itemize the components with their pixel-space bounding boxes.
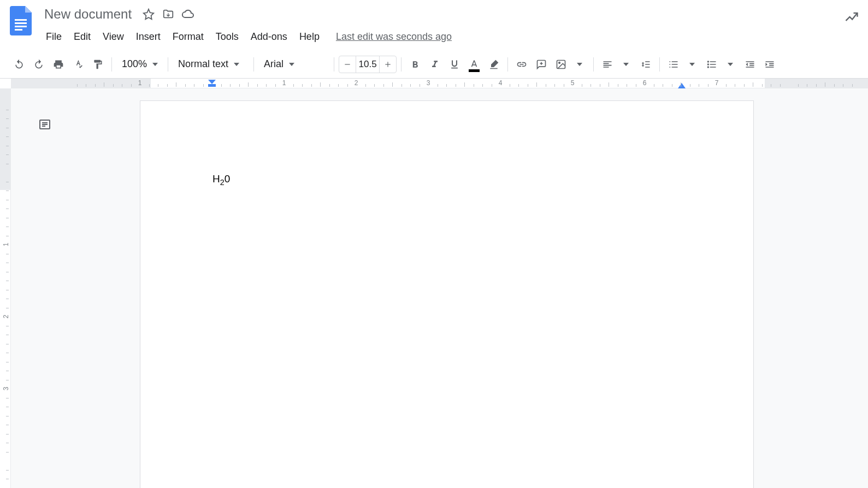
ruler-tick <box>654 84 654 87</box>
numbered-list-button[interactable] <box>664 55 701 74</box>
decrease-indent-button[interactable] <box>741 55 759 74</box>
ruler-tick <box>248 82 249 87</box>
ruler-tick <box>149 84 150 87</box>
ruler-tick <box>807 84 807 87</box>
menu-view[interactable]: View <box>97 29 129 45</box>
ruler-tick <box>365 84 366 87</box>
ruler-tick <box>6 434 9 435</box>
indent-marker-left[interactable] <box>208 80 216 87</box>
page[interactable]: H20 <box>140 100 754 488</box>
bulleted-list-dropdown[interactable] <box>721 55 740 74</box>
document-canvas[interactable]: H20 <box>11 88 868 488</box>
ruler-tick <box>221 84 222 87</box>
ruler-tick <box>798 84 799 87</box>
ruler-tick <box>383 84 384 87</box>
svg-rect-12 <box>208 84 216 87</box>
paragraph-style-combo[interactable]: Normal text <box>173 55 249 74</box>
ruler-tick <box>464 82 465 87</box>
ruler-tick <box>6 353 9 353</box>
svg-point-8 <box>559 62 560 63</box>
svg-rect-3 <box>15 29 22 31</box>
ruler-tick <box>6 182 9 182</box>
activity-icon[interactable] <box>844 10 859 25</box>
align-dropdown[interactable] <box>617 55 635 74</box>
ruler-tick <box>816 84 817 87</box>
document-content[interactable]: H20 <box>212 173 681 187</box>
numbered-list-dropdown[interactable] <box>683 55 701 74</box>
menu-format[interactable]: Format <box>167 29 209 45</box>
horizontal-ruler[interactable]: 11234567 <box>11 79 868 88</box>
ruler-tick <box>6 200 9 200</box>
insert-link-button[interactable] <box>512 55 531 74</box>
ruler-tick <box>510 84 510 87</box>
increase-indent-button[interactable] <box>760 55 779 74</box>
font-size-increase[interactable] <box>380 56 396 73</box>
font-size-group <box>339 56 397 73</box>
star-icon[interactable] <box>142 8 155 21</box>
move-icon[interactable] <box>162 8 175 21</box>
ruler-tick <box>6 308 9 308</box>
spellcheck-button[interactable] <box>69 55 87 74</box>
text-color-button[interactable] <box>465 55 483 74</box>
chevron-down-icon <box>689 63 695 66</box>
add-comment-button[interactable] <box>532 55 551 74</box>
menubar: File Edit View Insert Format Tools Add-o… <box>40 27 844 46</box>
print-button[interactable] <box>49 55 68 74</box>
chevron-down-icon <box>623 63 629 66</box>
docs-logo[interactable] <box>9 4 33 37</box>
italic-button[interactable] <box>426 55 444 74</box>
content-subscript: 2 <box>220 178 225 187</box>
ruler-tick <box>185 84 186 87</box>
font-combo[interactable]: Arial <box>258 55 329 74</box>
ruler-tick <box>6 164 9 164</box>
ruler-tick <box>194 84 194 87</box>
ruler-tick <box>474 84 474 87</box>
redo-button[interactable] <box>29 55 48 74</box>
ruler-tick <box>6 191 9 191</box>
menu-tools[interactable]: Tools <box>210 29 244 45</box>
ruler-number: 1 <box>282 79 286 87</box>
menu-help[interactable]: Help <box>294 29 325 45</box>
font-size-input[interactable] <box>356 56 380 73</box>
paint-format-button[interactable] <box>88 55 107 74</box>
undo-button[interactable] <box>10 55 28 74</box>
menu-edit[interactable]: Edit <box>68 29 96 45</box>
document-title[interactable]: New document <box>40 5 135 23</box>
cloud-status-icon[interactable] <box>181 8 194 21</box>
svg-rect-6 <box>387 62 388 67</box>
svg-rect-0 <box>15 19 27 21</box>
font-size-decrease[interactable] <box>339 56 356 73</box>
separator <box>334 57 334 72</box>
zoom-combo[interactable]: 100% <box>116 55 163 74</box>
underline-button[interactable] <box>445 55 464 74</box>
ruler-tick <box>77 84 78 87</box>
text-color-swatch <box>469 69 480 72</box>
menu-addons[interactable]: Add-ons <box>245 29 293 45</box>
ruler-tick <box>95 84 96 87</box>
highlight-button[interactable] <box>485 55 503 74</box>
chevron-down-icon <box>728 63 733 66</box>
vertical-ruler[interactable]: 123 <box>0 88 11 488</box>
insert-image-dropdown[interactable] <box>570 55 589 74</box>
ruler-tick <box>374 84 375 87</box>
line-spacing-button[interactable] <box>636 55 655 74</box>
ruler-tick <box>6 470 9 471</box>
bold-button[interactable] <box>406 55 424 74</box>
ruler-tick <box>482 84 483 87</box>
ruler-number: 3 <box>3 387 10 391</box>
insert-image-button[interactable] <box>552 55 589 74</box>
menu-insert[interactable]: Insert <box>131 29 166 45</box>
outline-toggle-button[interactable] <box>35 115 55 134</box>
ruler-tick <box>618 84 618 87</box>
bulleted-list-button[interactable] <box>702 55 740 74</box>
ruler-tick <box>275 84 276 87</box>
last-edit-link[interactable]: Last edit was seconds ago <box>336 31 452 43</box>
menu-file[interactable]: File <box>40 29 67 45</box>
ruler-tick <box>825 82 825 87</box>
ruler-tick <box>6 380 9 380</box>
ruler-tick <box>753 82 753 87</box>
ruler-tick <box>528 84 528 87</box>
align-button[interactable] <box>598 55 635 74</box>
indent-marker-right[interactable] <box>678 83 686 88</box>
ruler-tick <box>554 84 555 87</box>
